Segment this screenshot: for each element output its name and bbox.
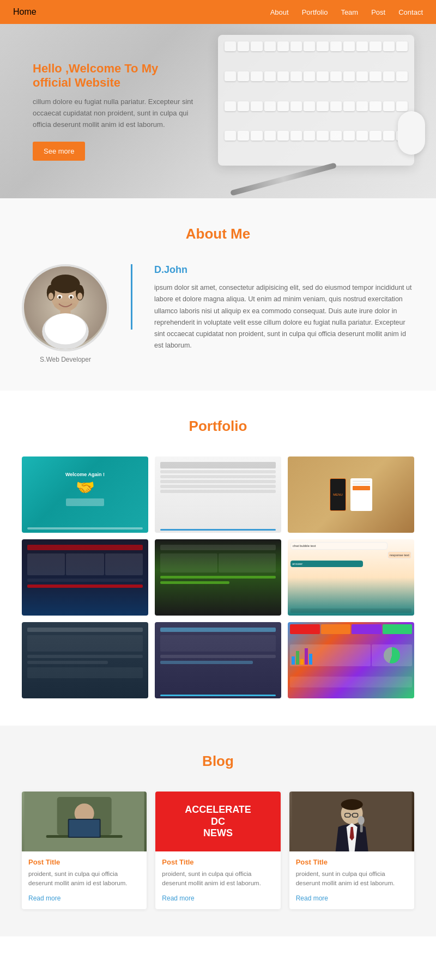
- blog-person-svg-3: [289, 792, 414, 851]
- pi-menu-cards: MENU: [330, 478, 372, 511]
- svg-point-2: [51, 275, 80, 293]
- hero-section: Hello ,Welcome To My official Website ci…: [0, 24, 436, 198]
- hero-content: Hello ,Welcome To My official Website ci…: [0, 62, 229, 160]
- portfolio-item[interactable]: [288, 622, 414, 698]
- blog-person-svg-1: [22, 792, 147, 851]
- portfolio-item[interactable]: MENU: [288, 456, 414, 533]
- pi-rows: [160, 462, 276, 527]
- about-title: About Me: [22, 226, 414, 242]
- portfolio-item[interactable]: [155, 622, 281, 698]
- navbar: Home About Portfolio Team Post Contact: [0, 0, 436, 24]
- pi-rows: [160, 628, 276, 693]
- svg-point-29: [341, 799, 362, 810]
- nav-about[interactable]: About: [270, 8, 289, 16]
- about-description: ipsum dolor sit amet, consectetur adipis…: [154, 282, 414, 352]
- blog-image-1: [22, 792, 147, 851]
- portfolio-item[interactable]: Welcome Again ! 🤝: [22, 456, 148, 533]
- pi-accent-bar2: [160, 695, 276, 696]
- nav-team[interactable]: Team: [341, 8, 358, 16]
- portfolio-item[interactable]: [155, 456, 281, 533]
- keyboard-decoration: [218, 35, 414, 166]
- blog-post-desc: proident, sunt in culpa qui officia dese…: [28, 869, 140, 888]
- blog-post-desc: proident, sunt in culpa qui officia dese…: [296, 869, 408, 888]
- pi-bar: [27, 527, 143, 529]
- svg-point-6: [77, 293, 83, 300]
- about-divider: [131, 264, 132, 330]
- nav-links: About Portfolio Team Post Contact: [270, 8, 423, 16]
- pi-rows: [27, 545, 143, 610]
- avatar: [22, 264, 109, 351]
- handshake-icon: 🤝: [76, 478, 95, 496]
- portfolio-item[interactable]: [22, 539, 148, 616]
- blog-read-more[interactable]: Read more: [28, 894, 60, 902]
- avatar-wrap: S.Web Developer: [22, 264, 109, 363]
- portfolio-item[interactable]: chat bubble text response text answer: [288, 539, 414, 616]
- blog-card: ACCELERATE DCNEWS Post Title proident, s…: [155, 792, 280, 909]
- blog-post-desc: proident, sunt in culpa qui officia dese…: [162, 869, 274, 888]
- pi-rows: [27, 628, 143, 693]
- svg-point-11: [54, 301, 77, 309]
- avatar-svg: [24, 264, 107, 349]
- nav-brand[interactable]: Home: [13, 7, 37, 17]
- about-text: D.John ipsum dolor sit amet, consectetur…: [154, 264, 414, 352]
- blog-post-title: Post Title: [162, 858, 274, 866]
- pi-login: [66, 498, 104, 506]
- blog-read-more[interactable]: Read more: [162, 894, 194, 902]
- hero-title: Hello ,Welcome To My official Website: [33, 62, 196, 90]
- about-inner: S.Web Developer D.John ipsum dolor sit a…: [22, 264, 414, 363]
- blog-section: Blog Post Title proid: [0, 726, 436, 936]
- pi-dashboard-layout: [290, 624, 412, 696]
- news-text: ACCELERATE DCNEWS: [185, 804, 251, 839]
- blog-body: Post Title proident, sunt in culpa qui o…: [289, 851, 414, 909]
- hero-description: cillum dolore eu fugiat nulla pariatur. …: [33, 96, 196, 130]
- svg-point-5: [49, 293, 54, 300]
- blog-image-2: ACCELERATE DCNEWS: [155, 792, 280, 851]
- about-section: About Me: [0, 198, 436, 391]
- pi-chat: chat bubble text response text answer: [290, 542, 411, 613]
- portfolio-section: Portfolio Welcome Again ! 🤝 MENU: [0, 391, 436, 726]
- blog-card: Post Title proident, sunt in culpa qui o…: [289, 792, 414, 909]
- pi-rows: [160, 545, 276, 610]
- svg-point-10: [70, 296, 72, 299]
- portfolio-item[interactable]: [22, 622, 148, 698]
- pi-welcome-text: Welcome Again !: [65, 472, 105, 477]
- svg-point-28: [358, 816, 364, 825]
- svg-point-9: [58, 296, 61, 299]
- portfolio-grid: Welcome Again ! 🤝 MENU: [22, 456, 414, 698]
- blog-image-3: [289, 792, 414, 851]
- see-more-button[interactable]: See more: [33, 142, 85, 161]
- blog-post-title: Post Title: [296, 858, 408, 866]
- about-name: D.John: [154, 264, 414, 276]
- nav-post[interactable]: Post: [371, 8, 385, 16]
- svg-rect-21: [69, 820, 100, 837]
- blog-post-title: Post Title: [28, 858, 140, 866]
- blog-body: Post Title proident, sunt in culpa qui o…: [155, 851, 280, 909]
- blog-title: Blog: [22, 753, 414, 770]
- blog-read-more[interactable]: Read more: [296, 894, 328, 902]
- blog-grid: Post Title proident, sunt in culpa qui o…: [22, 792, 414, 909]
- blog-body: Post Title proident, sunt in culpa qui o…: [22, 851, 147, 909]
- nav-contact[interactable]: Contact: [398, 8, 423, 16]
- portfolio-item[interactable]: [155, 539, 281, 616]
- portfolio-title: Portfolio: [22, 418, 414, 435]
- nav-portfolio[interactable]: Portfolio: [302, 8, 328, 16]
- mouse-decoration: [398, 111, 425, 155]
- pi-accent-bar: [160, 529, 276, 531]
- svg-point-14: [45, 313, 86, 344]
- avatar-label: S.Web Developer: [40, 356, 91, 363]
- blog-card: Post Title proident, sunt in culpa qui o…: [22, 792, 147, 909]
